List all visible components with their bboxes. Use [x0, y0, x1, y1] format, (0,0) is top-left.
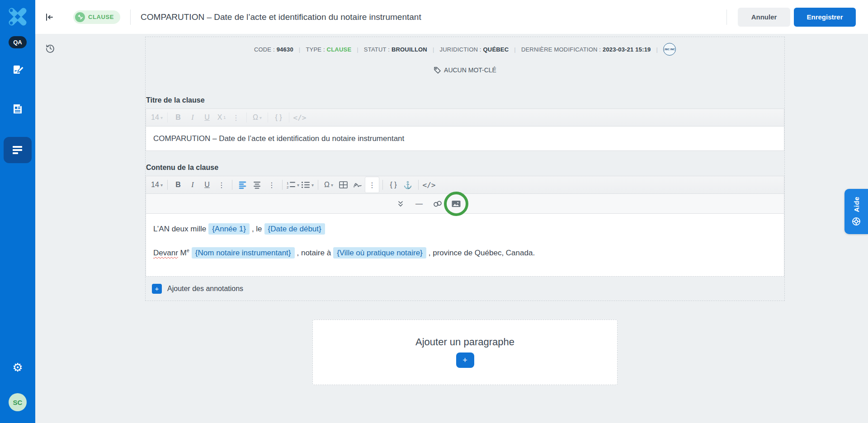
qa-badge: QA: [9, 36, 27, 48]
clause-badge-label: CLAUSE: [88, 14, 114, 20]
content-section-label: Contenu de la clause: [146, 164, 784, 172]
variable-chip[interactable]: {Année 1}: [208, 223, 250, 235]
variable-braces-button[interactable]: { }: [271, 111, 286, 124]
italic-button[interactable]: I: [185, 178, 200, 192]
page-title: COMPARUTION – Date de l’acte et identifi…: [141, 12, 421, 22]
help-tab-label: Aide: [853, 197, 860, 212]
lifebuoy-icon: [851, 216, 861, 226]
collapse-sidebar-icon[interactable]: [44, 12, 54, 22]
source-code-button[interactable]: </>: [422, 178, 436, 192]
insert-image-button[interactable]: [450, 197, 462, 211]
gear-icon[interactable]: ⚙: [12, 362, 23, 373]
toolbar-divider: [282, 180, 283, 190]
align-left-icon[interactable]: [236, 178, 250, 192]
toolbar-divider: [289, 113, 289, 122]
special-char-dropdown[interactable]: Ω▾: [250, 111, 264, 124]
sidebar-item-documents[interactable]: [7, 100, 28, 118]
toolbar-divider: [167, 180, 168, 190]
more-styles-button[interactable]: ⋮: [214, 178, 229, 192]
header-divider: [130, 9, 131, 25]
ordered-list-icon[interactable]: 1 2 ▾: [286, 178, 300, 192]
add-annotations-label: Ajouter des annotations: [167, 285, 243, 293]
save-button[interactable]: Enregistrer: [794, 8, 856, 27]
page-header: CLAUSE COMPARUTION – Date de l’acte et i…: [35, 0, 868, 34]
sidebar-item-redaction[interactable]: [7, 61, 28, 79]
content-toolbar-row1: 14▾ B I U ⋮ ⋮: [146, 176, 784, 194]
help-tab[interactable]: Aide: [844, 189, 868, 234]
clause-list-icon: [12, 145, 24, 155]
add-paragraph-box: Ajouter un paragraphe +: [312, 320, 618, 385]
variable-chip[interactable]: {Ville où pratique notaire}: [333, 247, 426, 258]
editor-paragraph-2: Devanr Me{Nom notaire instrumentant}, no…: [153, 247, 777, 259]
double-chevron-down-icon[interactable]: [394, 197, 407, 211]
history-icon[interactable]: [45, 43, 55, 53]
meta-jurisdiction-value: QUÉBEC: [483, 46, 509, 53]
meta-code-value: 94630: [277, 46, 293, 53]
plus-icon: +: [152, 284, 162, 294]
source-code-button[interactable]: </>: [292, 111, 307, 124]
toolbar-divider: [318, 180, 318, 190]
font-size-dropdown[interactable]: 14▾: [150, 178, 164, 192]
table-icon[interactable]: [336, 178, 350, 192]
signature-icon[interactable]: [350, 178, 365, 192]
meta-type-value: CLAUSE: [327, 46, 352, 53]
underline-button[interactable]: U: [200, 178, 214, 192]
clause-title-input[interactable]: [146, 127, 784, 151]
link-icon[interactable]: [431, 197, 444, 211]
variable-braces-button[interactable]: { }: [386, 178, 401, 192]
toolbar-divider: [268, 113, 268, 122]
workspace: CODE : 94630 | TYPE : CLAUSE | STATUT : …: [35, 34, 868, 423]
toolbar-divider: [167, 113, 168, 122]
add-annotations-button[interactable]: + Ajouter des annotations: [146, 276, 784, 301]
avatar[interactable]: SC: [9, 393, 27, 411]
svg-text:1: 1: [287, 181, 289, 185]
clause-content-editor[interactable]: L’AN deux mille{Année 1}, le{Date de déb…: [146, 214, 784, 276]
app-sidebar: QA: [0, 0, 35, 423]
toolbar-divider: [382, 180, 383, 190]
bold-button[interactable]: B: [171, 178, 185, 192]
header-divider: [726, 9, 727, 25]
special-char-dropdown[interactable]: Ω▾: [321, 178, 336, 192]
toolbar-show-more-button[interactable]: ⋮: [365, 177, 379, 193]
italic-button[interactable]: I: [185, 111, 200, 124]
clause-metadata: CODE : 94630 | TYPE : CLAUSE | STATUT : …: [146, 43, 784, 56]
gavel-icon: [75, 12, 85, 22]
content-toolbar-row2: —: [146, 194, 784, 214]
font-size-dropdown[interactable]: 14▾: [150, 111, 164, 124]
toolbar-divider: [418, 180, 419, 190]
svg-text:2: 2: [287, 185, 289, 189]
toolbar-divider: [246, 113, 247, 122]
tag-icon: [434, 66, 441, 74]
underline-button[interactable]: U: [200, 111, 214, 124]
horizontal-rule-icon[interactable]: —: [413, 197, 425, 211]
sidebar-item-clauses-active[interactable]: [4, 137, 32, 163]
more-align-button[interactable]: ⋮: [264, 178, 279, 192]
bold-button[interactable]: B: [171, 111, 185, 124]
no-keyword-label: AUCUN MOT-CLÉ: [444, 66, 496, 74]
clause-type-badge: CLAUSE: [73, 10, 120, 24]
add-paragraph-label: Ajouter un paragraphe: [415, 336, 514, 348]
title-toolbar: 14▾ B I U X1 ⋮ Ω▾ { } </>: [146, 108, 784, 127]
image-icon: [452, 200, 461, 207]
align-center-icon[interactable]: [250, 178, 264, 192]
app-logo-icon[interactable]: [7, 6, 28, 27]
cancel-button[interactable]: Annuler: [738, 8, 790, 27]
editor-paragraph-1: L’AN deux mille{Année 1}, le{Date de déb…: [153, 223, 777, 235]
title-section-label: Titre de la clause: [146, 96, 784, 104]
org-logo-badge: JBC INC: [663, 43, 676, 56]
more-styles-button[interactable]: ⋮: [229, 111, 243, 124]
signature-doc-icon: [12, 64, 24, 76]
bullet-list-icon[interactable]: ▾: [300, 178, 315, 192]
anchor-icon[interactable]: ⚓: [401, 178, 415, 192]
clause-card: CODE : 94630 | TYPE : CLAUSE | STATUT : …: [145, 37, 785, 301]
meta-modified-value: 2023-03-21 15:19: [603, 46, 651, 53]
variable-chip[interactable]: {Nom notaire instrumentant}: [192, 247, 295, 258]
toolbar-divider: [232, 180, 232, 190]
superscript-button[interactable]: X1: [214, 111, 229, 124]
add-paragraph-button[interactable]: +: [456, 352, 474, 368]
keyword-row: AUCUN MOT-CLÉ: [146, 66, 784, 74]
meta-status-value: BROUILLON: [392, 46, 427, 53]
document-icon: [12, 103, 24, 115]
variable-chip[interactable]: {Date de début}: [264, 223, 325, 235]
